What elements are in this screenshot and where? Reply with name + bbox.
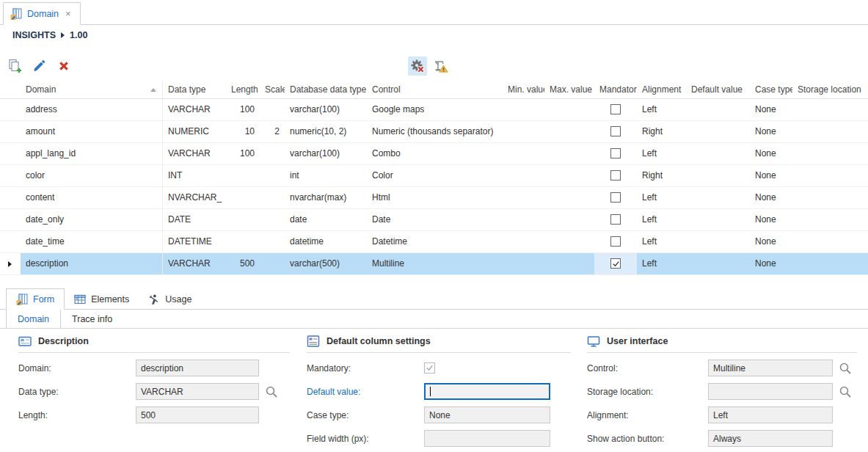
- default-value-field[interactable]: [424, 383, 550, 400]
- cell-storage-location[interactable]: [792, 143, 868, 164]
- magnifier-icon[interactable]: [839, 385, 852, 398]
- cell-min-value[interactable]: [503, 121, 544, 142]
- cell-data-type[interactable]: VARCHAR: [163, 99, 226, 120]
- cell-data-type[interactable]: VARCHAR: [163, 143, 226, 164]
- cell-max-value[interactable]: [544, 121, 594, 142]
- cell-case-type[interactable]: None: [750, 187, 792, 208]
- cell-storage-location[interactable]: [792, 165, 868, 186]
- cell-database-data-type[interactable]: int: [285, 165, 367, 186]
- delete-button[interactable]: [54, 56, 73, 76]
- tab-form[interactable]: Form: [6, 288, 65, 310]
- cell-max-value[interactable]: [544, 99, 594, 120]
- grid-row-content[interactable]: contentNVARCHAR_nvarchar(max)HtmlLeftNon…: [0, 187, 868, 209]
- cell-control[interactable]: Date: [367, 209, 503, 230]
- cell-domain[interactable]: content: [21, 187, 163, 208]
- cell-max-value[interactable]: [544, 231, 594, 252]
- cell-default-value[interactable]: [686, 121, 750, 142]
- cell-scale[interactable]: [260, 187, 285, 208]
- grid-row-amount[interactable]: amountNUMERIC102numeric(10, 2)Numeric (t…: [0, 121, 868, 143]
- tab-domain[interactable]: Domain ×: [3, 2, 81, 25]
- column-header-mandatory[interactable]: Mandatory: [594, 81, 637, 98]
- length-field[interactable]: 500: [136, 407, 259, 423]
- cell-min-value[interactable]: [503, 165, 544, 186]
- cell-min-value[interactable]: [503, 99, 544, 120]
- show-action-button-field[interactable]: Always: [708, 430, 833, 447]
- column-header-max-value[interactable]: Max. value: [544, 81, 594, 98]
- control-field[interactable]: Multiline: [708, 360, 833, 376]
- breadcrumb-version[interactable]: 1.00: [70, 30, 87, 40]
- cell-max-value[interactable]: [544, 165, 594, 186]
- cell-control[interactable]: Html: [367, 187, 503, 208]
- cell-control[interactable]: Google maps: [367, 99, 503, 120]
- cell-database-data-type[interactable]: nvarchar(max): [285, 187, 367, 208]
- build-crane-button[interactable]: [431, 56, 451, 76]
- cell-scale[interactable]: [260, 253, 285, 274]
- magnifier-icon[interactable]: [265, 385, 278, 398]
- cell-case-type[interactable]: None: [750, 165, 792, 186]
- cell-default-value[interactable]: [686, 187, 750, 208]
- storage-location-field[interactable]: [708, 383, 833, 400]
- cell-default-value[interactable]: [686, 99, 750, 120]
- cell-storage-location[interactable]: [792, 187, 868, 208]
- cell-database-data-type[interactable]: datetime: [285, 231, 367, 252]
- mandatory-checkbox-unchecked[interactable]: [610, 170, 621, 181]
- cell-data-type[interactable]: DATETIME: [163, 231, 226, 252]
- mandatory-checkbox-unchecked[interactable]: [610, 126, 621, 136]
- cell-mandatory[interactable]: [594, 209, 637, 230]
- cell-min-value[interactable]: [503, 231, 544, 252]
- tab-elements[interactable]: Elements: [65, 288, 139, 310]
- alignment-field[interactable]: Left: [708, 407, 833, 423]
- cell-scale[interactable]: [260, 165, 285, 186]
- cell-mandatory[interactable]: [594, 231, 637, 252]
- mandatory-checkbox-unchecked[interactable]: [610, 214, 621, 225]
- cell-mandatory[interactable]: [594, 99, 637, 120]
- grid-row-date_time[interactable]: date_timeDATETIMEdatetimeDatetimeLeftNon…: [0, 231, 868, 253]
- cell-database-data-type[interactable]: numeric(10, 2): [285, 121, 367, 142]
- column-header-case-type[interactable]: Case type: [750, 81, 792, 98]
- subtab-domain[interactable]: Domain: [6, 310, 61, 328]
- tab-usage[interactable]: Usage: [139, 288, 201, 310]
- cell-mandatory[interactable]: [594, 253, 637, 274]
- cell-control[interactable]: Combo: [367, 143, 503, 164]
- field-width-field[interactable]: [424, 430, 550, 447]
- cell-control[interactable]: Color: [367, 165, 503, 186]
- cell-default-value[interactable]: [686, 253, 750, 274]
- cell-length[interactable]: [226, 231, 260, 252]
- mandatory-checkbox-checked[interactable]: [610, 258, 621, 269]
- cell-max-value[interactable]: [544, 209, 594, 230]
- mandatory-checkbox-unchecked[interactable]: [610, 148, 621, 158]
- cell-alignment[interactable]: Left: [637, 187, 686, 208]
- cell-case-type[interactable]: None: [750, 231, 792, 252]
- cell-data-type[interactable]: VARCHAR: [163, 253, 226, 274]
- cell-min-value[interactable]: [503, 253, 544, 274]
- mandatory-checkbox[interactable]: [424, 362, 435, 373]
- cell-control[interactable]: Numeric (thousands separator): [367, 121, 503, 142]
- cell-alignment[interactable]: Left: [637, 253, 686, 274]
- cell-default-value[interactable]: [686, 231, 750, 252]
- cell-default-value[interactable]: [686, 209, 750, 230]
- column-header-default-value[interactable]: Default value: [686, 81, 750, 98]
- cell-length[interactable]: [226, 165, 260, 186]
- column-header-data-type[interactable]: Data type: [163, 81, 226, 98]
- cell-alignment[interactable]: Right: [637, 165, 686, 186]
- case-type-field[interactable]: None: [424, 407, 550, 423]
- cell-data-type[interactable]: NUMERIC: [163, 121, 226, 142]
- cell-domain[interactable]: appl_lang_id: [21, 143, 163, 164]
- cell-control[interactable]: Multiline: [367, 253, 503, 274]
- cell-case-type[interactable]: None: [750, 209, 792, 230]
- cell-alignment[interactable]: Left: [637, 99, 686, 120]
- column-header-database-data-type[interactable]: Database data type: [285, 81, 367, 98]
- column-header-scale[interactable]: Scale: [260, 81, 285, 98]
- mandatory-checkbox-unchecked[interactable]: [610, 192, 621, 203]
- cell-domain[interactable]: color: [21, 165, 163, 186]
- cell-case-type[interactable]: None: [750, 253, 792, 274]
- cell-control[interactable]: Datetime: [367, 231, 503, 252]
- cell-length[interactable]: 100: [226, 99, 260, 120]
- cell-default-value[interactable]: [686, 143, 750, 164]
- cell-alignment[interactable]: Left: [637, 231, 686, 252]
- cell-scale[interactable]: [260, 99, 285, 120]
- cell-scale[interactable]: 2: [260, 121, 285, 142]
- cell-storage-location[interactable]: [792, 99, 868, 120]
- cell-data-type[interactable]: DATE: [163, 209, 226, 230]
- cell-min-value[interactable]: [503, 143, 544, 164]
